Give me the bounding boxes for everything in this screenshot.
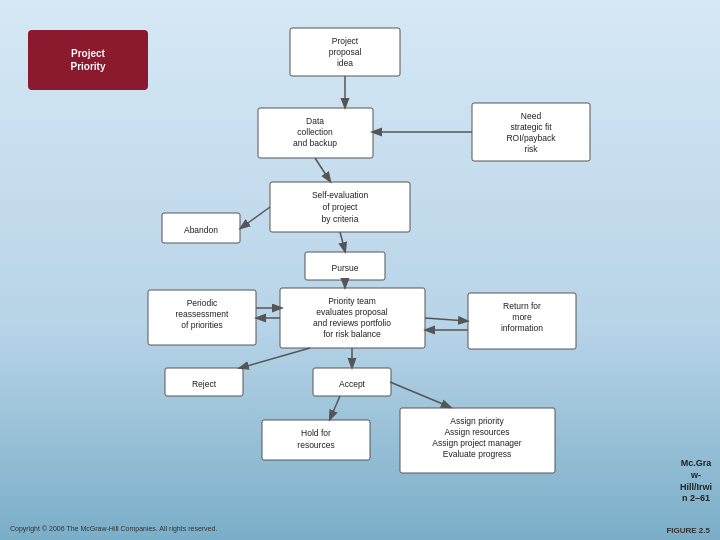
svg-text:for risk balance: for risk balance	[323, 329, 381, 339]
svg-text:Data: Data	[306, 116, 324, 126]
svg-text:Pursue: Pursue	[332, 263, 359, 273]
svg-text:Accept: Accept	[339, 379, 366, 389]
svg-text:and reviews portfolio: and reviews portfolio	[313, 318, 391, 328]
svg-text:collection: collection	[297, 127, 333, 137]
svg-text:Project: Project	[332, 36, 359, 46]
mcgraw-line1: Mc.Gra	[680, 458, 712, 470]
svg-text:reassessment: reassessment	[176, 309, 230, 319]
svg-line-47	[315, 158, 330, 181]
svg-text:Assign project manager: Assign project manager	[432, 438, 521, 448]
svg-line-54	[425, 318, 467, 321]
svg-text:of project: of project	[323, 202, 359, 212]
svg-text:ROI/payback: ROI/payback	[506, 133, 556, 143]
svg-text:Abandon: Abandon	[184, 225, 218, 235]
svg-text:Assign resources: Assign resources	[444, 427, 509, 437]
svg-text:idea: idea	[337, 58, 353, 68]
svg-text:Evaluate progress: Evaluate progress	[443, 449, 512, 459]
svg-text:Priority team: Priority team	[328, 296, 376, 306]
svg-text:Hold for: Hold for	[301, 428, 331, 438]
diagram-svg: Project proposal idea Data collection an…	[0, 0, 720, 540]
mcgraw-line3: Hill/Irwi	[680, 482, 712, 494]
copyright-text: Copyright © 2006 The McGraw-Hill Compani…	[10, 525, 217, 532]
figure-label: FIGURE 2.5	[666, 526, 710, 535]
svg-line-58	[330, 396, 340, 419]
svg-text:Self-evaluation: Self-evaluation	[312, 190, 369, 200]
svg-text:of priorities: of priorities	[181, 320, 223, 330]
svg-text:and backup: and backup	[293, 138, 337, 148]
svg-text:by criteria: by criteria	[322, 214, 359, 224]
slide-container: Project Priority Project proposal idea D…	[0, 0, 720, 540]
svg-text:evaluates proposal: evaluates proposal	[316, 307, 387, 317]
svg-text:Reject: Reject	[192, 379, 217, 389]
mcgraw-line4: n 2–61	[680, 493, 712, 505]
svg-text:Need: Need	[521, 111, 542, 121]
mcgraw-line2: w-	[680, 470, 712, 482]
svg-text:Assign priority: Assign priority	[450, 416, 504, 426]
svg-text:strategic fit: strategic fit	[510, 122, 552, 132]
svg-text:resources: resources	[297, 440, 334, 450]
svg-line-56	[240, 348, 310, 368]
svg-line-49	[241, 207, 270, 228]
svg-line-59	[390, 382, 450, 407]
svg-text:more: more	[512, 312, 532, 322]
svg-text:information: information	[501, 323, 543, 333]
mcgraw-credit: Mc.Gra w- Hill/Irwi n 2–61	[680, 458, 712, 505]
svg-line-50	[340, 232, 345, 251]
svg-text:risk: risk	[524, 144, 538, 154]
svg-text:proposal: proposal	[329, 47, 362, 57]
svg-text:Periodic: Periodic	[187, 298, 218, 308]
svg-text:Return for: Return for	[503, 301, 541, 311]
